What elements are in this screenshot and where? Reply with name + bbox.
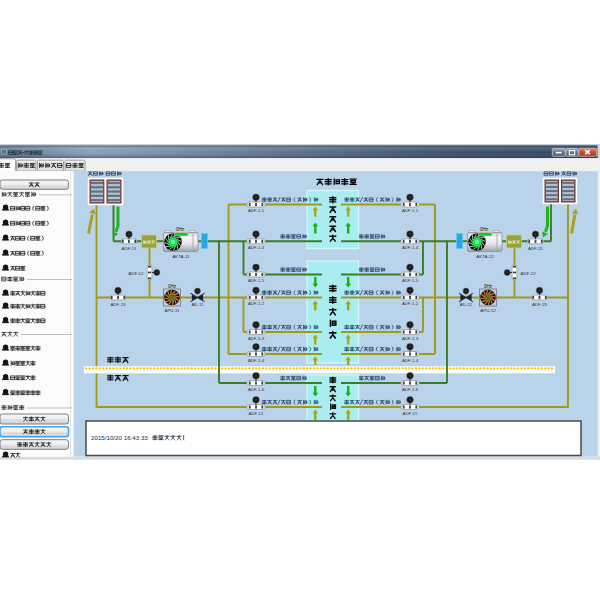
svg-text:0Hz: 0Hz <box>168 284 177 289</box>
svg-text:ADF-1-4: ADF-1-4 <box>402 245 419 250</box>
svg-text:0Hz: 0Hz <box>480 227 489 232</box>
svg-text:ADF-23: ADF-23 <box>532 302 548 307</box>
svg-text:ADF-12: ADF-12 <box>128 271 144 276</box>
svg-text:ADF-1-4: ADF-1-4 <box>248 245 265 250</box>
svg-text:ADF-1-6: ADF-1-6 <box>248 387 265 392</box>
svg-text:ADF-1-2: ADF-1-2 <box>248 301 265 306</box>
svg-text:ADF-1-1: ADF-1-1 <box>248 208 265 213</box>
svg-text:ADF-1-2: ADF-1-2 <box>402 301 419 306</box>
svg-text:ADF-1-4: ADF-1-4 <box>248 358 265 363</box>
svg-text:APU-11: APU-11 <box>164 308 180 313</box>
svg-text:ADF-1-3: ADF-1-3 <box>248 336 265 341</box>
svg-text:ADF-1-3: ADF-1-3 <box>402 336 419 341</box>
svg-text:0Hz: 0Hz <box>484 284 493 289</box>
svg-text:ADF-1-5: ADF-1-5 <box>402 278 419 283</box>
svg-text:ADF-13: ADF-13 <box>110 302 126 307</box>
svg-text:APU-12: APU-12 <box>480 308 496 313</box>
svg-text:ADF-1-4: ADF-1-4 <box>402 358 419 363</box>
svg-text:ADF-15: ADF-15 <box>249 411 264 416</box>
svg-text:ADF-1-5: ADF-1-5 <box>248 278 265 283</box>
svg-text:ADF-1-6: ADF-1-6 <box>402 387 419 392</box>
svg-text:AD-11: AD-11 <box>191 302 204 307</box>
svg-text:2015/10/20 16:43:33:: 2015/10/20 16:43:33: <box>91 434 150 441</box>
svg-text:ADF-1-1: ADF-1-1 <box>402 208 419 213</box>
svg-text:AKTA-11: AKTA-11 <box>172 254 190 259</box>
svg-text:AD-12: AD-12 <box>460 302 473 307</box>
svg-text:ADF-11: ADF-11 <box>122 246 137 251</box>
svg-text:AKTA-12: AKTA-12 <box>476 254 494 259</box>
svg-text:0Hz: 0Hz <box>176 227 185 232</box>
svg-text:ADF-15: ADF-15 <box>403 411 418 416</box>
svg-text:ADF-21: ADF-21 <box>528 246 544 251</box>
svg-text:ADF-22: ADF-22 <box>521 271 537 276</box>
